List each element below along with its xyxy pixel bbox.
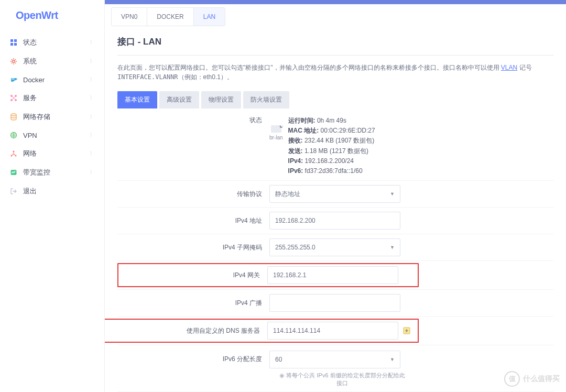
- svg-rect-2: [10, 43, 13, 46]
- highlight-dns: 使用自定义的 DNS 服务器: [105, 319, 419, 343]
- label-ipv4-netmask: IPv4 子网掩码: [117, 243, 269, 252]
- subtab-0[interactable]: 基本设置: [117, 91, 157, 108]
- sidebar-item-label: VPN: [23, 132, 90, 139]
- row-ipv6-length: IPv6 分配长度 60 ▼ ◉ 将每个公共 IPv6 前缀的给定长度部分分配给…: [117, 345, 553, 392]
- logo: OpenWrt: [0, 0, 104, 29]
- label-ipv4-address: IPv4 地址: [117, 216, 269, 225]
- add-icon[interactable]: [402, 326, 411, 335]
- chevron-down-icon: ▼: [390, 357, 395, 362]
- sidebar-item-label: 状态: [23, 38, 90, 47]
- network-icon: [9, 149, 18, 158]
- svg-rect-5: [12, 79, 13, 80]
- chevron-down-icon: ▼: [390, 245, 395, 250]
- sidebar-item-bandwidth[interactable]: 带宽监控〉: [0, 163, 104, 182]
- docker-icon: [9, 75, 18, 84]
- svg-rect-6: [13, 79, 14, 80]
- chevron-right-icon: 〉: [90, 169, 95, 176]
- svg-rect-7: [14, 79, 15, 80]
- input-ipv4-gateway[interactable]: [267, 266, 398, 284]
- sidebar-item-vpn[interactable]: VPN〉: [0, 126, 104, 144]
- ipv6-length-helper: ◉ 将每个公共 IPv6 前缀的给定长度部分分配给此接口: [277, 372, 408, 387]
- row-protocol: 传输协议 静态地址 ▼: [117, 181, 553, 208]
- sidebar-item-label: 带宽监控: [23, 168, 90, 177]
- storage-icon: [9, 113, 18, 121]
- service-icon: [9, 94, 18, 102]
- chevron-right-icon: 〉: [90, 132, 95, 139]
- tab-vpn0[interactable]: VPN0: [112, 8, 147, 26]
- label-status: 状态: [117, 116, 269, 125]
- gear-icon: [9, 57, 18, 66]
- input-ipv4-broadcast[interactable]: [269, 294, 400, 312]
- subtab-3[interactable]: 防火墙设置: [243, 91, 289, 108]
- svg-point-4: [13, 60, 15, 62]
- page-title: 接口 - LAN: [117, 36, 553, 56]
- top-tabs-wrap: VPN0DOCKERLAN: [105, 4, 566, 26]
- sidebar-item-grid[interactable]: 状态〉: [0, 33, 104, 52]
- highlight-gateway: IPv4 网关: [117, 263, 419, 287]
- tab-docker[interactable]: DOCKER: [147, 8, 193, 26]
- sidebar-item-exit[interactable]: 退出: [0, 182, 104, 201]
- sidebar-item-label: 网络存储: [23, 112, 90, 122]
- svg-rect-1: [14, 39, 17, 42]
- subtab-1[interactable]: 高级设置: [159, 91, 199, 108]
- tab-lan[interactable]: LAN: [194, 8, 225, 26]
- sidebar: OpenWrt 状态〉系统〉Docker〉服务〉网络存储〉VPN〉网络〉带宽监控…: [0, 0, 105, 392]
- sub-tabs: 基本设置高级设置物理设置防火墙设置: [117, 91, 553, 108]
- row-ipv4-gateway: IPv4 网关: [117, 261, 553, 290]
- chevron-right-icon: 〉: [90, 58, 95, 65]
- label-ipv4-broadcast: IPv4 广播: [117, 299, 269, 308]
- subtab-2[interactable]: 物理设置: [201, 91, 241, 108]
- sidebar-item-label: 退出: [23, 187, 95, 196]
- row-ipv4-broadcast: IPv4 广播: [117, 290, 553, 317]
- chevron-right-icon: 〉: [90, 113, 95, 121]
- logo-text: OpenWrt: [16, 9, 58, 21]
- row-ipv4-address: IPv4 地址: [117, 208, 553, 234]
- vpn-icon: [9, 131, 18, 139]
- sidebar-item-docker[interactable]: Docker〉: [0, 71, 104, 89]
- sidebar-item-service[interactable]: 服务〉: [0, 89, 104, 107]
- input-ipv4-address[interactable]: [269, 212, 400, 230]
- content: 接口 - LAN 在此页面，您可以配置网络接口。您可以勾选"桥接接口"，并输入由…: [105, 26, 566, 392]
- sidebar-nav: 状态〉系统〉Docker〉服务〉网络存储〉VPN〉网络〉带宽监控〉退出: [0, 29, 104, 205]
- chevron-right-icon: 〉: [90, 150, 95, 157]
- vlan-link[interactable]: VLAN: [501, 64, 517, 71]
- svg-rect-8: [13, 78, 14, 79]
- help-text: 在此页面，您可以配置网络接口。您可以勾选"桥接接口"，并输入由空格分隔的多个网络…: [117, 63, 553, 82]
- topbar-strip: [105, 0, 566, 4]
- svg-point-15: [13, 150, 14, 152]
- input-dns[interactable]: [267, 322, 398, 340]
- svg-point-13: [11, 114, 16, 116]
- main: VPN0DOCKERLAN 接口 - LAN 在此页面，您可以配置网络接口。您可…: [105, 0, 566, 392]
- sidebar-item-label: 网络: [23, 149, 90, 158]
- sidebar-item-label: 服务: [23, 93, 90, 103]
- status-block: br-lan 运行时间: 0h 4m 49s MAC 地址: 00:0C:29:…: [269, 116, 553, 176]
- svg-rect-3: [14, 43, 17, 46]
- sidebar-item-label: Docker: [23, 76, 90, 84]
- chevron-right-icon: 〉: [90, 76, 95, 83]
- sidebar-item-storage[interactable]: 网络存储〉: [0, 107, 104, 126]
- top-tabs: VPN0DOCKERLAN: [111, 7, 225, 26]
- chevron-right-icon: 〉: [90, 94, 95, 102]
- label-ipv4-gateway: IPv4 网关: [122, 271, 267, 280]
- label-dns: 使用自定义的 DNS 服务器: [105, 326, 267, 335]
- select-ipv6-length[interactable]: 60 ▼: [269, 351, 400, 368]
- bandwidth-icon: [9, 168, 18, 177]
- exit-icon: [9, 187, 18, 195]
- form: 状态 br-lan 运行时间: 0h 4m 49s MAC 地址: 00:0C:…: [117, 108, 553, 392]
- iface-icon: br-lan: [269, 125, 283, 142]
- chevron-right-icon: 〉: [90, 39, 95, 46]
- sidebar-item-gear[interactable]: 系统〉: [0, 52, 104, 71]
- svg-rect-0: [10, 39, 13, 42]
- row-status: 状态 br-lan 运行时间: 0h 4m 49s MAC 地址: 00:0C:…: [117, 108, 553, 181]
- select-ipv4-netmask[interactable]: 255.255.255.0 ▼: [269, 238, 400, 256]
- chevron-down-icon: ▼: [390, 191, 395, 197]
- grid-icon: [9, 38, 18, 47]
- row-ipv4-netmask: IPv4 子网掩码 255.255.255.0 ▼: [117, 234, 553, 261]
- label-ipv6-length: IPv6 分配长度: [117, 351, 269, 364]
- row-dns: 使用自定义的 DNS 服务器: [117, 317, 553, 345]
- select-protocol[interactable]: 静态地址 ▼: [269, 185, 400, 203]
- label-protocol: 传输协议: [117, 190, 269, 199]
- sidebar-item-label: 系统: [23, 57, 90, 66]
- sidebar-item-network[interactable]: 网络〉: [0, 144, 104, 163]
